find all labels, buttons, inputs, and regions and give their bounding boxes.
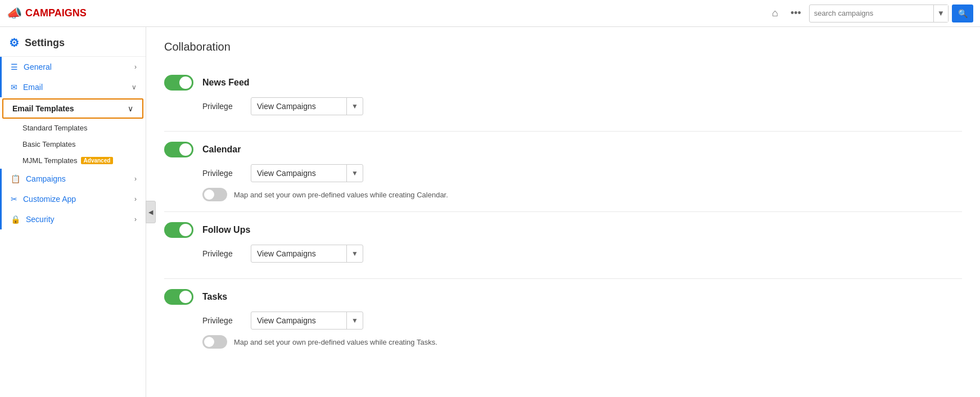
privilege-value-tasks: View Campaigns — [251, 316, 346, 325]
section-name-follow-ups: Follow Ups — [202, 225, 250, 235]
top-nav-actions: ⌂ ••• ▼ 🔍 — [767, 4, 973, 22]
sidebar-label-customize-app: Customize App — [23, 195, 76, 204]
brand: 📣 CAMPAIGNS — [7, 6, 87, 21]
campaigns-chevron-icon: › — [134, 175, 137, 183]
search-input[interactable] — [810, 9, 933, 17]
map-toggle-calendar[interactable] — [202, 188, 227, 201]
sidebar-label-campaigns: Campaigns — [26, 174, 66, 183]
sidebar-title: Settings — [25, 37, 65, 49]
privilege-value-news-feed: View Campaigns — [251, 102, 346, 111]
privilege-dropdown-icon-follow-ups[interactable]: ▼ — [346, 245, 363, 262]
basic-templates-label: Basic Templates — [22, 140, 75, 148]
toggle-follow-ups[interactable] — [164, 222, 193, 238]
chevron-down-icon: ∨ — [132, 83, 137, 91]
privilege-dropdown-icon-news-feed[interactable]: ▼ — [346, 98, 363, 115]
privilege-value-follow-ups: View Campaigns — [251, 249, 346, 258]
sidebar-item-customize-app[interactable]: ✂ Customize App › — [0, 189, 146, 209]
sidebar-item-mjml-templates[interactable]: MJML Templates Advanced — [0, 152, 146, 169]
map-text-tasks: Map and set your own pre-defined values … — [234, 338, 437, 346]
privilege-value-calendar: View Campaigns — [251, 169, 346, 178]
general-icon: ☰ — [11, 62, 18, 71]
privilege-select-follow-ups[interactable]: View Campaigns▼ — [251, 245, 363, 263]
privilege-label-calendar: Privilege — [202, 169, 242, 178]
home-button[interactable]: ⌂ — [767, 4, 783, 22]
collab-section-calendar: CalendarPrivilegeView Campaigns▼Map and … — [164, 132, 962, 212]
security-icon: 🔒 — [11, 215, 20, 224]
map-text-calendar: Map and set your own pre-defined values … — [234, 191, 448, 199]
sidebar-item-email-templates[interactable]: Email Templates ∨ — [2, 98, 143, 119]
toggle-news-feed[interactable] — [164, 75, 193, 91]
mjml-templates-label: MJML Templates — [22, 156, 78, 165]
section-name-calendar: Calendar — [202, 145, 241, 155]
privilege-label-news-feed: Privilege — [202, 102, 242, 111]
sidebar-label-email: Email — [23, 83, 43, 92]
collapse-sidebar-button[interactable]: ◀ — [146, 201, 156, 223]
collaboration-sections: News FeedPrivilegeView Campaigns▼Calenda… — [164, 65, 962, 359]
email-icon: ✉ — [11, 83, 17, 92]
megaphone-icon: 📣 — [7, 6, 22, 21]
sidebar-item-standard-templates[interactable]: Standard Templates — [0, 120, 146, 136]
more-options-button[interactable]: ••• — [786, 4, 806, 22]
sidebar-header: ⚙ Settings — [0, 27, 146, 57]
customize-app-chevron-icon: › — [134, 195, 137, 203]
campaigns-icon: 📋 — [11, 174, 20, 183]
page-title: Collaboration — [164, 40, 962, 53]
sidebar-item-general[interactable]: ☰ General › — [0, 57, 146, 77]
privilege-dropdown-icon-calendar[interactable]: ▼ — [346, 165, 363, 182]
collab-section-tasks: TasksPrivilegeView Campaigns▼Map and set… — [164, 279, 962, 359]
search-container: ▼ — [809, 4, 949, 22]
search-button[interactable]: 🔍 — [952, 4, 973, 22]
sidebar-label-security: Security — [26, 215, 55, 224]
app-layout: ⚙ Settings ☰ General › ✉ Email ∨ Email T… — [0, 27, 980, 397]
section-name-news-feed: News Feed — [202, 78, 250, 88]
customize-icon: ✂ — [11, 195, 17, 204]
sidebar-label-general: General — [24, 62, 52, 71]
standard-templates-label: Standard Templates — [22, 124, 87, 132]
sidebar-item-campaigns[interactable]: 📋 Campaigns › — [0, 169, 146, 189]
privilege-label-tasks: Privilege — [202, 316, 242, 325]
chevron-right-icon: › — [134, 63, 137, 71]
toggle-calendar[interactable] — [164, 142, 193, 157]
main-content: Collaboration News FeedPrivilegeView Cam… — [146, 27, 980, 397]
collab-section-news-feed: News FeedPrivilegeView Campaigns▼ — [164, 65, 962, 132]
gear-icon: ⚙ — [9, 36, 19, 49]
privilege-select-news-feed[interactable]: View Campaigns▼ — [251, 97, 363, 115]
privilege-select-tasks[interactable]: View Campaigns▼ — [251, 312, 363, 330]
map-toggle-tasks[interactable] — [202, 335, 227, 349]
brand-label: CAMPAIGNS — [25, 7, 87, 19]
email-templates-chevron-icon: ∨ — [128, 104, 133, 113]
email-templates-label: Email Templates — [12, 104, 74, 113]
security-chevron-icon: › — [134, 215, 137, 223]
privilege-select-calendar[interactable]: View Campaigns▼ — [251, 164, 363, 182]
top-nav: 📣 CAMPAIGNS ⌂ ••• ▼ 🔍 — [0, 0, 980, 27]
sidebar-item-security[interactable]: 🔒 Security › — [0, 209, 146, 229]
privilege-label-follow-ups: Privilege — [202, 249, 242, 258]
collab-section-follow-ups: Follow UpsPrivilegeView Campaigns▼ — [164, 212, 962, 279]
sidebar: ⚙ Settings ☰ General › ✉ Email ∨ Email T… — [0, 27, 146, 397]
search-dropdown-button[interactable]: ▼ — [933, 5, 948, 22]
toggle-tasks[interactable] — [164, 289, 193, 305]
privilege-dropdown-icon-tasks[interactable]: ▼ — [346, 312, 363, 329]
sidebar-item-basic-templates[interactable]: Basic Templates — [0, 136, 146, 152]
section-name-tasks: Tasks — [202, 292, 227, 302]
sidebar-item-email[interactable]: ✉ Email ∨ — [0, 77, 146, 97]
advanced-badge: Advanced — [81, 157, 114, 164]
